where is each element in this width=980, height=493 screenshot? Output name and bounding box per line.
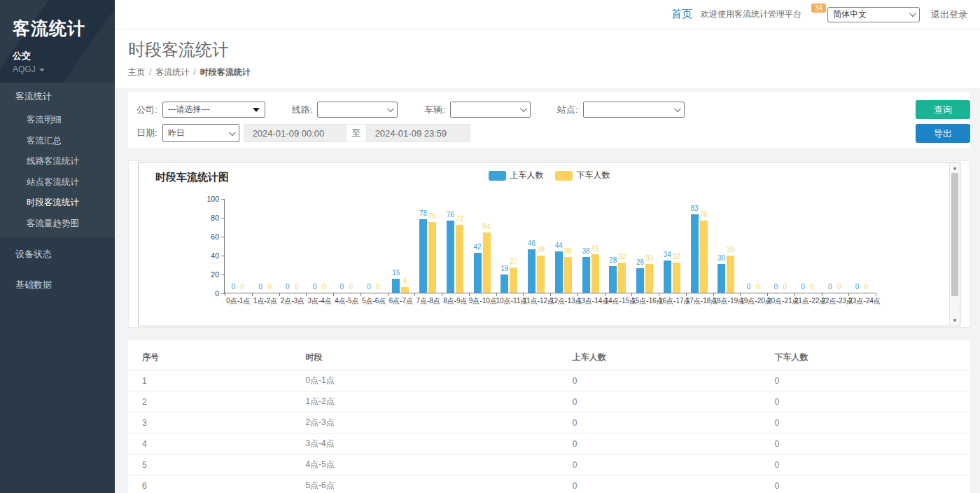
scrollbar-down-arrow-icon[interactable]: ▼ xyxy=(950,316,960,325)
chart-bar xyxy=(456,225,463,293)
chart-bar xyxy=(700,221,708,293)
chart-bar xyxy=(428,222,436,293)
x-axis-label: 7点-8点 xyxy=(414,296,442,306)
table-cell: 5 xyxy=(128,454,291,475)
bar-value-label: 76 xyxy=(694,211,713,218)
chevron-down-icon xyxy=(387,105,394,112)
export-button[interactable]: 导出 xyxy=(916,124,970,143)
chart-bar xyxy=(673,263,680,293)
chart-title: 时段车流统计图 xyxy=(155,171,229,184)
sidebar-item-device-status[interactable]: 设备状态 xyxy=(0,239,115,270)
welcome-text: 欢迎使用客流统计管理平台 xyxy=(701,8,802,20)
x-axis-label: 5点-6点 xyxy=(360,296,388,306)
sidebar-item-base-data[interactable]: 基础数据 xyxy=(0,270,115,300)
x-axis-label: 8点-9点 xyxy=(442,296,469,306)
filter-panel: 公司: ---请选择--- 线路: 车辆: 站点: xyxy=(128,92,970,148)
bar-value-label: 64 xyxy=(477,223,496,230)
table-cell: 0 xyxy=(760,454,970,475)
legend-swatch xyxy=(489,171,506,181)
bar-value-label: 0 xyxy=(858,283,876,291)
chart-panel: 时段车流统计图 上车人数下车人数 0204060801000点-1点1点-2点2… xyxy=(128,160,970,328)
notification-badge[interactable]: 34 xyxy=(811,4,826,13)
chart-scrollbar[interactable]: ▲ ▼ xyxy=(949,163,959,325)
home-link[interactable]: 首页 xyxy=(671,8,692,21)
query-button[interactable]: 查询 xyxy=(916,100,970,119)
scrollbar-up-arrow-icon[interactable]: ▲ xyxy=(950,163,960,172)
y-axis-tick xyxy=(221,256,225,256)
date-to-input[interactable]: 2024-01-09 23:59 xyxy=(366,124,470,142)
language-select[interactable]: 简体中文 xyxy=(827,7,920,22)
breadcrumb-passenger-stats[interactable]: 客流统计 xyxy=(155,67,189,77)
station-select[interactable] xyxy=(583,102,685,118)
legend-item[interactable]: 上车人数 xyxy=(489,169,544,181)
main-area: 首页 欢迎使用客流统计管理平台 34 简体中文 退出登录 时段客流统计 主页/客… xyxy=(115,0,980,493)
x-axis-label: 16点-17点 xyxy=(659,296,686,306)
chart-bar xyxy=(564,257,572,293)
chart-bar xyxy=(618,263,626,293)
table-row: 21点-2点00 xyxy=(128,391,970,412)
table-cell: 3点-4点 xyxy=(291,433,558,454)
chevron-down-icon xyxy=(673,105,680,112)
table-cell: 0 xyxy=(760,475,970,493)
x-axis-label: 4点-5点 xyxy=(333,296,360,306)
chevron-down-icon xyxy=(229,129,236,136)
app-title: 客流统计 xyxy=(13,17,115,40)
chart-bar xyxy=(718,264,725,293)
sidebar-group-passenger-stats: 客流统计 客流明细客流汇总线路客流统计站点客流统计时段客流统计客流量趋势图 xyxy=(0,83,115,239)
breadcrumb-home[interactable]: 主页 xyxy=(128,67,145,77)
y-axis-tick-label: 40 xyxy=(198,251,219,260)
chart-bar xyxy=(419,219,427,293)
line-label: 线路: xyxy=(292,104,313,116)
sidebar: 客流统计 公交 AQGJ 客流统计 客流明细客流汇总线路客流统计站点客流统计时段… xyxy=(0,0,115,493)
sidebar-subitem[interactable]: 客流汇总 xyxy=(0,131,115,152)
table-cell: 4 xyxy=(128,433,291,454)
sidebar-subitem[interactable]: 客流明细 xyxy=(0,110,115,131)
logout-link[interactable]: 退出登录 xyxy=(931,8,967,21)
y-axis-tick xyxy=(221,275,225,275)
chart-bar xyxy=(636,268,644,293)
sidebar-subitem[interactable]: 时段客流统计 xyxy=(0,193,115,214)
sidebar-subitem[interactable]: 站点客流统计 xyxy=(0,172,115,193)
table-cell: 0 xyxy=(760,412,970,433)
legend-item[interactable]: 下车人数 xyxy=(555,169,610,181)
org-code-dropdown[interactable]: AQGJ xyxy=(13,64,115,74)
x-axis-label: 20点-21点 xyxy=(767,296,794,306)
table-cell: 2 xyxy=(128,391,291,412)
app-root: 客流统计 公交 AQGJ 客流统计 客流明细客流汇总线路客流统计站点客流统计时段… xyxy=(0,0,980,493)
bar-value-label: 39 xyxy=(532,246,550,254)
hourly-stats-table: 序号时段上车人数下车人数 10点-1点0021点-2点0032点-3点0043点… xyxy=(128,343,970,493)
sidebar-subitem[interactable]: 线路客流统计 xyxy=(0,151,115,172)
date-separator: 至 xyxy=(346,124,366,142)
chart-bar xyxy=(447,221,454,293)
dropdown-arrow-icon xyxy=(253,108,260,112)
table-cell: 2点-3点 xyxy=(291,412,558,433)
y-axis-tick-label: 60 xyxy=(198,232,219,241)
vehicle-select[interactable] xyxy=(450,102,531,118)
date-preset-select[interactable]: 昨日 xyxy=(162,124,239,142)
date-from-input[interactable]: 2024-01-09 00:00 xyxy=(244,124,346,142)
table-cell: 0点-1点 xyxy=(291,370,558,391)
page-title: 时段客流统计 xyxy=(128,39,966,61)
x-axis-label: 1点-2点 xyxy=(252,296,279,306)
chart-bar xyxy=(500,275,508,293)
x-axis-label: 18点-19点 xyxy=(713,296,741,306)
chevron-down-icon xyxy=(520,105,527,112)
sidebar-submenu: 客流明细客流汇总线路客流统计站点客流统计时段客流统计客流量趋势图 xyxy=(0,110,115,238)
bar-value-label: 0 xyxy=(288,283,306,291)
bar-value-label: 41 xyxy=(586,244,604,252)
topbar: 首页 欢迎使用客流统计管理平台 34 简体中文 退出登录 xyxy=(115,0,980,29)
sidebar-item-passenger-stats[interactable]: 客流统计 xyxy=(0,83,115,110)
chart-bar xyxy=(537,256,545,293)
bar-value-label: 0 xyxy=(830,283,848,291)
company-select[interactable]: ---请选择--- xyxy=(162,102,265,118)
legend-label: 下车人数 xyxy=(577,169,610,181)
table-cell: 6 xyxy=(128,475,291,493)
chart-bar xyxy=(510,268,517,293)
table-cell: 0 xyxy=(559,412,761,433)
line-select[interactable] xyxy=(317,102,398,118)
x-axis-label: 3点-4点 xyxy=(306,296,333,306)
table-header-cell: 下车人数 xyxy=(760,343,970,370)
sidebar-subitem[interactable]: 客流量趋势图 xyxy=(0,214,115,239)
scrollbar-thumb[interactable] xyxy=(951,173,958,296)
company-label: 公司: xyxy=(136,104,158,116)
